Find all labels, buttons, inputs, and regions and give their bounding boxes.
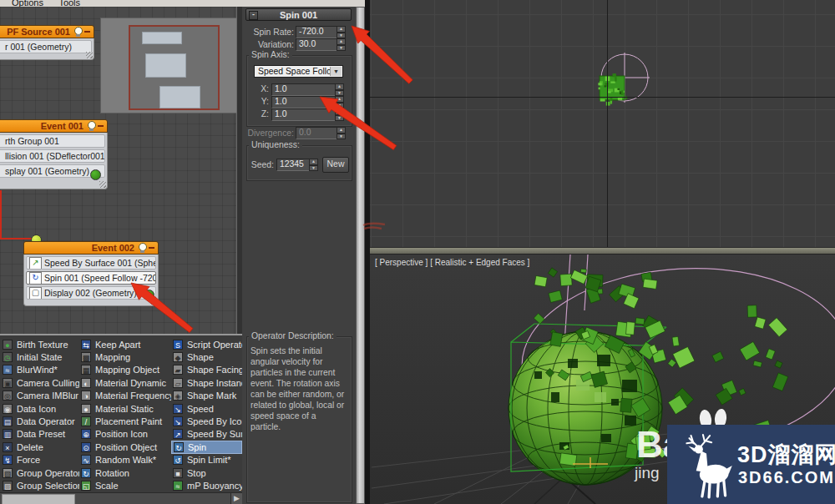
depot-item-delete[interactable]: ×Delete bbox=[1, 441, 79, 453]
divergence-field[interactable]: 0.0 bbox=[296, 127, 338, 139]
depot-item-shape-instance[interactable]: ▱Shape Instance bbox=[171, 376, 242, 389]
mapping-object-icon: ▦ bbox=[81, 365, 91, 375]
depot-item-shape-facing[interactable]: ▰Shape Facing bbox=[171, 364, 242, 376]
depot-item-group-selection[interactable]: ▨Group Selection bbox=[1, 479, 79, 491]
node-item-selected[interactable]: ↻Spin 001 (Speed Follow -720±30) bbox=[26, 271, 156, 285]
y-field[interactable]: 1.0 bbox=[271, 96, 336, 108]
node-item[interactable]: r 001 (Geometry) bbox=[0, 40, 92, 53]
spin-rollout-header[interactable]: - Spin 001 bbox=[245, 8, 352, 21]
z-spinner[interactable]: ▲▼ bbox=[335, 108, 344, 121]
collapse-dash-icon[interactable] bbox=[98, 125, 104, 127]
depot-item-stop[interactable]: ■Stop bbox=[171, 466, 242, 479]
depot-item-keep-apart[interactable]: ⇆Keep Apart bbox=[79, 338, 171, 350]
node-item[interactable]: rth Group 001 bbox=[0, 134, 105, 148]
node-item[interactable]: llision 001 (SDeflector001) bbox=[0, 149, 105, 163]
node-item[interactable]: ↗Speed By Surface 001 (Spher... bbox=[26, 256, 156, 270]
pf-source-node-header[interactable]: PF Source 001 bbox=[0, 25, 94, 38]
depot-item-position-icon[interactable]: ⊕Position Icon bbox=[79, 428, 171, 441]
depot-item-shape[interactable]: ◆Shape bbox=[171, 350, 242, 363]
variation-spinner[interactable]: ▲▼ bbox=[337, 38, 346, 51]
depot-item-placement-paint[interactable]: /Placement Paint bbox=[79, 415, 171, 427]
enable-lightbulb-icon[interactable] bbox=[74, 27, 82, 37]
depot-item-material-frequency[interactable]: ◑Material Frequency bbox=[79, 390, 171, 402]
depot-item-label: Delete bbox=[17, 442, 43, 452]
depot-item-label: Material Frequency bbox=[95, 391, 171, 401]
panel-vertical-scrollbar[interactable] bbox=[356, 7, 365, 504]
node-item[interactable]: ▢Display 002 (Geometry) bbox=[26, 286, 156, 300]
depot-item-data-icon[interactable]: ◉Data Icon bbox=[1, 402, 79, 415]
depot-item-rotation[interactable]: ↻Rotation bbox=[79, 466, 171, 479]
keep-apart-icon: ⇆ bbox=[81, 340, 91, 350]
depot-item-material-dynamic[interactable]: ◐Material Dynamic bbox=[79, 376, 171, 389]
x-field[interactable]: 1.0 bbox=[271, 83, 336, 96]
depot-item-scale[interactable]: ◱Scale bbox=[79, 479, 171, 491]
depot-item-group-operator[interactable]: ▧Group Operator bbox=[1, 466, 79, 479]
spin-rate-field[interactable]: -720.0 bbox=[296, 26, 338, 38]
seed-spinner[interactable]: ▲▼ bbox=[309, 159, 318, 171]
resize-grip[interactable] bbox=[86, 52, 93, 58]
variation-field[interactable]: 30.0 bbox=[296, 38, 338, 51]
event-002-output-connector[interactable] bbox=[144, 290, 154, 300]
scrollbar-thumb[interactable] bbox=[2, 494, 75, 504]
dropdown-value: Speed Space Follow bbox=[258, 67, 337, 76]
depot-item-label: BlurWind* bbox=[17, 365, 58, 375]
collapse-icon[interactable]: - bbox=[249, 11, 258, 20]
depot-item-data-preset[interactable]: ▥Data Preset bbox=[1, 428, 79, 441]
spin-axis-dropdown[interactable]: Speed Space Follow ▼ bbox=[254, 65, 343, 78]
depot-item-material-static[interactable]: ●Material Static bbox=[79, 402, 171, 415]
event-002-node-body[interactable]: ↗Speed By Surface 001 (Spher...↻Spin 001… bbox=[23, 255, 159, 306]
depot-item-random-walk[interactable]: ∿Random Walk* bbox=[79, 454, 171, 466]
event-002-node-header[interactable]: Event 002 bbox=[23, 241, 159, 255]
depot-item-speed-by-icon[interactable]: ↘Speed By Icon bbox=[171, 415, 242, 427]
enable-lightbulb-icon[interactable] bbox=[139, 243, 146, 253]
depot-item-mapping-object[interactable]: ▦Mapping Object bbox=[79, 364, 171, 376]
viewport-label[interactable]: [ Perspective ] [ Realistic + Edged Face… bbox=[375, 258, 529, 267]
depot-item-shape-mark[interactable]: ◈Shape Mark bbox=[171, 390, 242, 402]
spin-rate-spinner[interactable]: ▲▼ bbox=[337, 26, 346, 38]
depot-item-position-object[interactable]: ⊙Position Object bbox=[79, 441, 171, 453]
depot-item-data-operator[interactable]: ▤Data Operator bbox=[1, 415, 79, 427]
y-spinner[interactable]: ▲▼ bbox=[335, 96, 344, 108]
depot-horizontal-scrollbar[interactable]: ▶ bbox=[0, 492, 242, 504]
depot-item-spin[interactable]: ↻Spin bbox=[171, 441, 242, 453]
depot-item-script-operato[interactable]: SScript Operato bbox=[171, 338, 242, 350]
viewport-splitter[interactable] bbox=[370, 247, 835, 255]
operator-depot[interactable]: ●Birth Texture◷Initial State≈BlurWind*▣C… bbox=[0, 334, 242, 504]
overview-view-rect[interactable] bbox=[129, 25, 220, 110]
depot-item-force[interactable]: ↯Force bbox=[1, 454, 79, 466]
z-field[interactable]: 1.0 bbox=[271, 108, 336, 121]
divergence-spinner[interactable]: ▲▼ bbox=[337, 127, 346, 139]
pf-source-node-body[interactable]: r 001 (Geometry) bbox=[0, 38, 94, 60]
brand-domain: 3D66.COM bbox=[738, 468, 835, 487]
enable-lightbulb-icon[interactable] bbox=[88, 121, 95, 131]
depot-item-speed-by-surfa[interactable]: ↗Speed By Surfa bbox=[171, 428, 242, 441]
depot-item-camera-imblur[interactable]: ◎Camera IMBlur bbox=[1, 390, 79, 402]
new-seed-button[interactable]: New bbox=[322, 157, 349, 173]
top-viewport[interactable] bbox=[370, 0, 835, 247]
chevron-down-icon[interactable]: ▼ bbox=[330, 67, 342, 76]
depot-item-label: Random Walk* bbox=[95, 455, 156, 465]
depot-item-mp-buoyancy[interactable]: ≈mP Buoyancy bbox=[171, 479, 242, 491]
depot-item-birth-texture[interactable]: ●Birth Texture bbox=[1, 338, 79, 350]
x-spinner[interactable]: ▲▼ bbox=[335, 83, 344, 96]
depot-item-speed[interactable]: ↘Speed bbox=[171, 402, 242, 415]
event-001-node-body[interactable]: rth Group 001llision 001 (SDeflector001)… bbox=[0, 133, 108, 189]
seed-field[interactable]: 12345 bbox=[276, 159, 311, 171]
shape-instance-icon: ▱ bbox=[173, 378, 183, 388]
depot-item-blurwind[interactable]: ≈BlurWind* bbox=[1, 364, 79, 376]
depot-item-spin-limit[interactable]: ↺Spin Limit* bbox=[171, 454, 242, 466]
material-frequency-icon: ◑ bbox=[81, 391, 91, 401]
depot-item-label: Birth Texture bbox=[17, 340, 68, 350]
depot-item-camera-culling[interactable]: ▣Camera Culling bbox=[1, 376, 79, 389]
scrollbar-right-arrow-icon[interactable]: ▶ bbox=[230, 493, 242, 504]
depot-overview-panel[interactable] bbox=[100, 18, 236, 113]
depot-item-initial-state[interactable]: ◷Initial State bbox=[1, 350, 79, 363]
depot-item-mapping[interactable]: ▩Mapping bbox=[79, 350, 171, 363]
collapse-dash-icon[interactable] bbox=[149, 247, 154, 249]
position-object-icon: ⊙ bbox=[81, 442, 91, 452]
collapse-dash-icon[interactable] bbox=[84, 31, 90, 33]
event-001-output-connector[interactable] bbox=[90, 169, 101, 180]
resize-grip[interactable] bbox=[99, 181, 106, 188]
event-001-node-header[interactable]: Event 001 bbox=[0, 119, 108, 133]
particle-view-canvas[interactable]: PF Source 001 r 001 (Geometry) Event 001… bbox=[0, 7, 236, 334]
